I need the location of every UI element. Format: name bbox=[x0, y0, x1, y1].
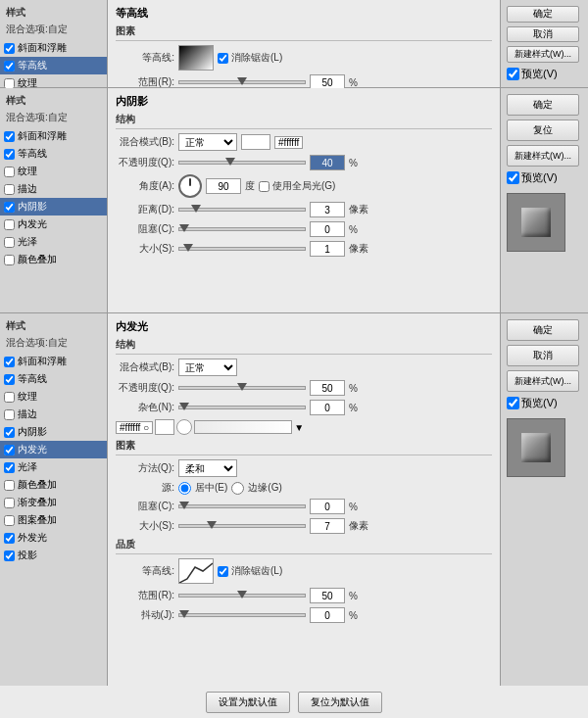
ig-item-satin[interactable]: 光泽 bbox=[0, 458, 107, 476]
ig-opacity-value[interactable]: 50 bbox=[310, 380, 345, 396]
ig-contour-preview[interactable] bbox=[178, 558, 214, 584]
is-size-slider[interactable] bbox=[178, 247, 306, 251]
ig-item-stroke[interactable]: 描边 bbox=[0, 406, 107, 423]
ig-swatch-white[interactable] bbox=[155, 419, 174, 435]
ig-swatch-circle[interactable] bbox=[176, 419, 192, 435]
ig-item-drop-shadow[interactable]: 投影 bbox=[0, 547, 107, 564]
is-choke-slider[interactable] bbox=[178, 227, 306, 231]
is-texture-checkbox[interactable] bbox=[4, 167, 15, 177]
is-distance-slider[interactable] bbox=[178, 208, 306, 212]
ig-satin-checkbox[interactable] bbox=[4, 462, 15, 473]
is-opacity-value[interactable]: 40 bbox=[310, 155, 345, 170]
is-contour-checkbox[interactable] bbox=[4, 149, 15, 160]
ig-source-edge-radio[interactable] bbox=[231, 482, 244, 495]
ig-item-bevel[interactable]: 斜面和浮雕 bbox=[0, 353, 107, 370]
ig-new-style-button[interactable]: 新建样式(W)... bbox=[507, 370, 579, 392]
ig-reset-default-button[interactable]: 复位为默认值 bbox=[298, 692, 382, 713]
ig-source-center-radio[interactable] bbox=[178, 482, 191, 495]
is-color-overlay-checkbox[interactable] bbox=[4, 255, 15, 265]
ig-method-select[interactable]: 柔和 bbox=[178, 459, 237, 477]
ig-choke-value[interactable]: 0 bbox=[310, 499, 345, 514]
is-item-contour[interactable]: 等高线 bbox=[0, 145, 107, 163]
is-distance-value[interactable]: 3 bbox=[310, 202, 345, 217]
ig-item-inner-shadow[interactable]: 内阴影 bbox=[0, 423, 107, 441]
is-inner-shadow-checkbox[interactable] bbox=[4, 202, 15, 213]
is-item-color-overlay[interactable]: 颜色叠加 bbox=[0, 251, 107, 268]
ig-gradient-arrow[interactable]: ▼ bbox=[294, 422, 304, 433]
is-global-light-checkbox[interactable] bbox=[259, 181, 270, 192]
ig-item-contour[interactable]: 等高线 bbox=[0, 370, 107, 388]
ig-cancel-button[interactable]: 取消 bbox=[507, 345, 579, 366]
is-color-swatch[interactable] bbox=[241, 134, 270, 150]
ig-set-default-button[interactable]: 设置为默认值 bbox=[206, 692, 290, 713]
is-bevel-checkbox[interactable] bbox=[4, 131, 15, 142]
ig-antialiased-checkbox[interactable] bbox=[218, 566, 228, 577]
ig-item-gradient-overlay[interactable]: 渐变叠加 bbox=[0, 494, 107, 511]
ig-preview-checkbox[interactable] bbox=[507, 397, 519, 409]
ig-inner-shadow-checkbox[interactable] bbox=[4, 427, 15, 438]
ig-range-value[interactable]: 50 bbox=[310, 588, 345, 603]
ig-inner-glow-checkbox[interactable] bbox=[4, 445, 15, 455]
contour-contour-checkbox[interactable] bbox=[4, 61, 15, 72]
contour-ok-button[interactable]: 确定 bbox=[507, 6, 579, 23]
ig-item-inner-glow[interactable]: 内发光 bbox=[0, 441, 107, 458]
is-inner-glow-checkbox[interactable] bbox=[4, 219, 15, 230]
is-item-texture[interactable]: 纹理 bbox=[0, 163, 107, 180]
is-item-satin[interactable]: 光泽 bbox=[0, 233, 107, 251]
contour-preview-checkbox[interactable] bbox=[507, 68, 519, 80]
is-item-inner-shadow[interactable]: 内阴影 bbox=[0, 198, 107, 215]
ig-item-outer-glow[interactable]: 外发光 bbox=[0, 529, 107, 547]
ig-noise-slider[interactable] bbox=[178, 406, 306, 409]
ig-bevel-checkbox[interactable] bbox=[4, 357, 15, 367]
ig-noise-value[interactable]: 0 bbox=[310, 400, 345, 415]
ig-pattern-overlay-checkbox[interactable] bbox=[4, 515, 15, 526]
contour-range-slider[interactable] bbox=[178, 80, 306, 84]
ig-hex-value[interactable]: #ffffff ○ bbox=[116, 421, 153, 434]
ig-texture-checkbox[interactable] bbox=[4, 392, 15, 403]
contour-item-bevel[interactable]: 斜面和浮雕 bbox=[0, 39, 107, 57]
is-reset-button[interactable]: 复位 bbox=[507, 120, 579, 141]
is-color-value[interactable]: #ffffff bbox=[274, 136, 303, 149]
is-size-value[interactable]: 1 bbox=[310, 241, 345, 257]
ig-stroke-checkbox[interactable] bbox=[4, 409, 15, 420]
is-blend-select[interactable]: 正常 bbox=[178, 133, 237, 151]
is-ok-button[interactable]: 确定 bbox=[507, 94, 579, 116]
ig-choke-slider[interactable] bbox=[178, 504, 306, 508]
ig-item-pattern-overlay[interactable]: 图案叠加 bbox=[0, 511, 107, 529]
is-angle-dial[interactable] bbox=[178, 174, 202, 198]
contour-bevel-checkbox[interactable] bbox=[4, 43, 15, 54]
contour-item-contour[interactable]: 等高线 bbox=[0, 57, 107, 74]
ig-jitter-value[interactable]: 0 bbox=[310, 607, 345, 623]
ig-ok-button[interactable]: 确定 bbox=[507, 319, 579, 341]
ig-drop-shadow-checkbox[interactable] bbox=[4, 550, 15, 561]
ig-size-value[interactable]: 7 bbox=[310, 518, 345, 534]
ig-opacity-slider[interactable] bbox=[178, 386, 306, 390]
ig-range-slider[interactable] bbox=[178, 594, 306, 598]
contour-cancel-button[interactable]: 取消 bbox=[507, 26, 579, 43]
is-new-style-button[interactable]: 新建样式(W)... bbox=[507, 145, 579, 167]
is-opacity-slider[interactable] bbox=[178, 161, 306, 165]
ig-contour-checkbox[interactable] bbox=[4, 374, 15, 385]
ig-size-slider[interactable] bbox=[178, 524, 306, 528]
is-preview-checkbox[interactable] bbox=[507, 171, 519, 184]
ig-gradient-bar[interactable] bbox=[194, 420, 292, 434]
ig-jitter-slider[interactable] bbox=[178, 613, 306, 617]
contour-texture-checkbox[interactable] bbox=[4, 78, 15, 89]
contour-new-style-button[interactable]: 新建样式(W)... bbox=[507, 46, 579, 63]
ig-blend-select[interactable]: 正常 bbox=[178, 359, 237, 376]
ig-gradient-overlay-checkbox[interactable] bbox=[4, 498, 15, 508]
is-satin-checkbox[interactable] bbox=[4, 237, 15, 248]
is-angle-value[interactable]: 90 bbox=[206, 178, 241, 194]
ig-outer-glow-checkbox[interactable] bbox=[4, 533, 15, 544]
is-item-stroke[interactable]: 描边 bbox=[0, 180, 107, 198]
contour-gradient-preview[interactable] bbox=[178, 45, 214, 71]
contour-main: 等高线 图素 等高线: 消除锯齿(L) 范围(R): 50 % bbox=[108, 0, 500, 87]
contour-antialiased-checkbox[interactable] bbox=[218, 53, 228, 64]
ig-item-texture[interactable]: 纹理 bbox=[0, 388, 107, 406]
is-choke-value[interactable]: 0 bbox=[310, 221, 345, 237]
ig-item-color-overlay[interactable]: 颜色叠加 bbox=[0, 476, 107, 494]
is-stroke-checkbox[interactable] bbox=[4, 184, 15, 195]
is-item-inner-glow[interactable]: 内发光 bbox=[0, 215, 107, 233]
ig-color-overlay-checkbox[interactable] bbox=[4, 480, 15, 491]
is-item-bevel[interactable]: 斜面和浮雕 bbox=[0, 127, 107, 145]
